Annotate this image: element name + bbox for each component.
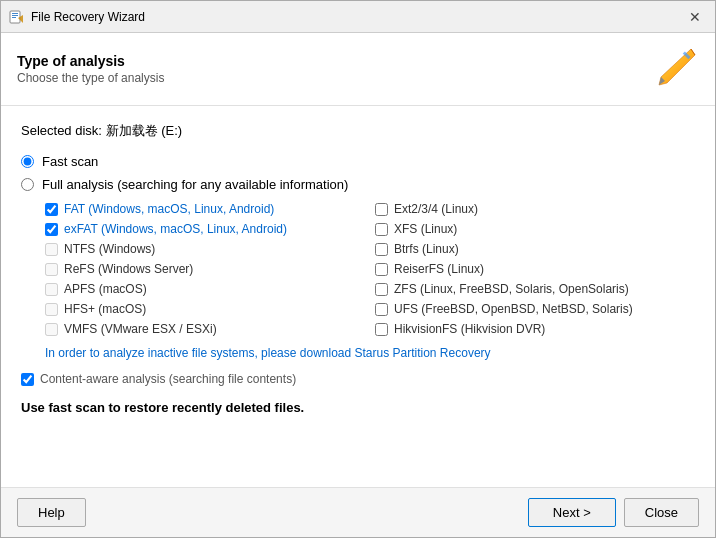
- fs-label-btrfs: Btrfs (Linux): [394, 242, 459, 256]
- fs-label-fat: FAT (Windows, macOS, Linux, Android): [64, 202, 274, 216]
- fs-checkbox-ext234[interactable]: [375, 203, 388, 216]
- fs-item-ext234: Ext2/3/4 (Linux): [375, 200, 695, 218]
- svg-rect-1: [12, 13, 18, 14]
- description-text: Use fast scan to restore recently delete…: [21, 400, 695, 415]
- fs-item-ntfs: NTFS (Windows): [45, 240, 365, 258]
- fs-label-ntfs: NTFS (Windows): [64, 242, 155, 256]
- content-aware-label: Content-aware analysis (searching file c…: [40, 372, 296, 386]
- fs-label-ext234: Ext2/3/4 (Linux): [394, 202, 478, 216]
- content-aware-checkbox[interactable]: [21, 373, 34, 386]
- full-analysis-label[interactable]: Full analysis (searching for any availab…: [21, 177, 695, 192]
- fs-label-hikvisionfs: HikvisionFS (Hikvision DVR): [394, 322, 545, 336]
- next-button[interactable]: Next >: [528, 498, 616, 527]
- fs-item-hikvisionfs: HikvisionFS (Hikvision DVR): [375, 320, 695, 338]
- fs-label-reiserfs: ReiserFS (Linux): [394, 262, 484, 276]
- wizard-icon: [651, 45, 699, 93]
- wizard-window: File Recovery Wizard ✕ Type of analysis …: [0, 0, 716, 538]
- window-title: File Recovery Wizard: [31, 10, 683, 24]
- fs-item-hfsplus: HFS+ (macOS): [45, 300, 365, 318]
- fast-scan-label[interactable]: Fast scan: [21, 154, 695, 169]
- full-analysis-option: Full analysis (searching for any availab…: [21, 177, 695, 192]
- wizard-footer: Help Next > Close: [1, 487, 715, 537]
- fs-item-xfs: XFS (Linux): [375, 220, 695, 238]
- close-window-button[interactable]: ✕: [683, 5, 707, 29]
- fs-label-zfs: ZFS (Linux, FreeBSD, Solaris, OpenSolari…: [394, 282, 629, 296]
- filesystem-grid: FAT (Windows, macOS, Linux, Android)Ext2…: [45, 200, 695, 338]
- fs-checkbox-apfs[interactable]: [45, 283, 58, 296]
- fs-item-fat: FAT (Windows, macOS, Linux, Android): [45, 200, 365, 218]
- svg-rect-2: [12, 15, 18, 16]
- fs-checkbox-hfsplus[interactable]: [45, 303, 58, 316]
- fs-item-reiserfs: ReiserFS (Linux): [375, 260, 695, 278]
- fs-label-exfat: exFAT (Windows, macOS, Linux, Android): [64, 222, 287, 236]
- wizard-header: Type of analysis Choose the type of anal…: [1, 33, 715, 106]
- full-analysis-text: Full analysis (searching for any availab…: [42, 177, 348, 192]
- header-subtitle: Choose the type of analysis: [17, 71, 164, 85]
- content-aware-option: Content-aware analysis (searching file c…: [21, 372, 695, 386]
- fs-label-xfs: XFS (Linux): [394, 222, 457, 236]
- fast-scan-radio[interactable]: [21, 155, 34, 168]
- fs-checkbox-refs[interactable]: [45, 263, 58, 276]
- wizard-content: Selected disk: 新加载卷 (E:) Fast scan Full …: [1, 106, 715, 487]
- full-analysis-radio[interactable]: [21, 178, 34, 191]
- app-icon: [9, 9, 25, 25]
- header-text-block: Type of analysis Choose the type of anal…: [17, 53, 164, 85]
- header-title: Type of analysis: [17, 53, 164, 69]
- svg-rect-3: [12, 17, 16, 18]
- footer-right-buttons: Next > Close: [528, 498, 699, 527]
- fs-checkbox-xfs[interactable]: [375, 223, 388, 236]
- fs-checkbox-fat[interactable]: [45, 203, 58, 216]
- fs-checkbox-zfs[interactable]: [375, 283, 388, 296]
- fs-checkbox-exfat[interactable]: [45, 223, 58, 236]
- fs-item-apfs: APFS (macOS): [45, 280, 365, 298]
- partition-recovery-link[interactable]: In order to analyze inactive file system…: [45, 346, 491, 360]
- fast-scan-text: Fast scan: [42, 154, 98, 169]
- fs-checkbox-ufs[interactable]: [375, 303, 388, 316]
- fs-checkbox-btrfs[interactable]: [375, 243, 388, 256]
- selected-disk-label: Selected disk: 新加载卷 (E:): [21, 122, 695, 140]
- fs-label-vmfs: VMFS (VMware ESX / ESXi): [64, 322, 217, 336]
- fs-label-hfsplus: HFS+ (macOS): [64, 302, 146, 316]
- fs-checkbox-reiserfs[interactable]: [375, 263, 388, 276]
- fs-label-refs: ReFS (Windows Server): [64, 262, 193, 276]
- fs-checkbox-ntfs[interactable]: [45, 243, 58, 256]
- fs-item-exfat: exFAT (Windows, macOS, Linux, Android): [45, 220, 365, 238]
- fs-label-ufs: UFS (FreeBSD, OpenBSD, NetBSD, Solaris): [394, 302, 633, 316]
- fs-checkbox-hikvisionfs[interactable]: [375, 323, 388, 336]
- fs-checkbox-vmfs[interactable]: [45, 323, 58, 336]
- fs-item-vmfs: VMFS (VMware ESX / ESXi): [45, 320, 365, 338]
- help-button[interactable]: Help: [17, 498, 86, 527]
- fs-item-ufs: UFS (FreeBSD, OpenBSD, NetBSD, Solaris): [375, 300, 695, 318]
- title-bar: File Recovery Wizard ✕: [1, 1, 715, 33]
- fs-item-zfs: ZFS (Linux, FreeBSD, Solaris, OpenSolari…: [375, 280, 695, 298]
- fs-item-btrfs: Btrfs (Linux): [375, 240, 695, 258]
- svg-marker-5: [659, 49, 695, 85]
- fs-item-refs: ReFS (Windows Server): [45, 260, 365, 278]
- close-button[interactable]: Close: [624, 498, 699, 527]
- fast-scan-option: Fast scan: [21, 154, 695, 169]
- download-link-area: In order to analyze inactive file system…: [45, 346, 695, 360]
- fs-label-apfs: APFS (macOS): [64, 282, 147, 296]
